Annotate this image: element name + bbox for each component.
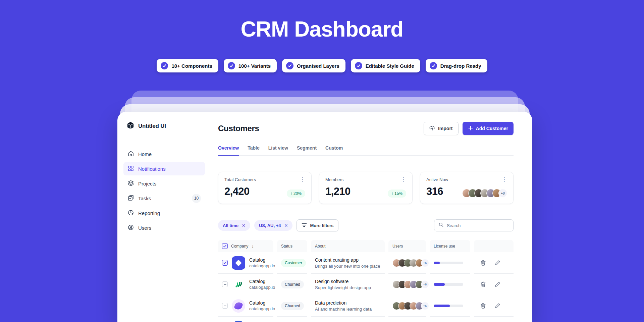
column-header-status: Status — [277, 240, 307, 252]
check-circle-icon — [355, 62, 362, 69]
about-subtitle: Brings all your new into one place — [315, 264, 380, 269]
filter-chip-all-time[interactable]: All time ✕ — [218, 220, 250, 231]
sidebar-item-home[interactable]: Home — [123, 147, 205, 161]
column-header-users: Users — [388, 240, 426, 252]
pencil-icon — [494, 260, 501, 266]
table-row[interactable]: Catalogcatalogapp.io — [218, 317, 273, 322]
avatar-group: +6 — [392, 259, 429, 267]
filter-chip-countries[interactable]: US, AU, +4 ✕ — [254, 220, 293, 231]
import-button-label: Import — [438, 126, 453, 131]
close-icon[interactable]: ✕ — [242, 223, 246, 228]
customers-table: Company ↓ Catalogcatalogapp.io — [218, 240, 514, 322]
status-badge: Customer — [281, 259, 306, 267]
table-row[interactable]: Catalogcatalogapp.io — [218, 295, 273, 317]
avatar-group: +6 — [392, 280, 429, 288]
main-content: Customers Import Add Customer Overview T… — [211, 112, 532, 322]
stat-label: Members — [325, 177, 343, 182]
stat-label: Active Now — [426, 177, 448, 182]
sidebar-item-reporting[interactable]: Reporting — [123, 206, 205, 220]
row-checkbox[interactable] — [222, 281, 228, 287]
avatar-overflow-badge: +6 — [421, 259, 429, 267]
more-filters-button[interactable]: More filters — [297, 219, 338, 231]
delete-button[interactable] — [480, 281, 486, 287]
tab-table[interactable]: Table — [248, 145, 260, 155]
avatar-overflow-badge: +6 — [421, 302, 429, 310]
grid-icon — [127, 165, 134, 173]
pencil-icon — [494, 303, 501, 309]
section-title: Customers — [218, 124, 259, 133]
company-name: Catalog — [249, 279, 275, 284]
sidebar-item-users[interactable]: Users — [123, 221, 205, 234]
sidebar-item-notifications[interactable]: Notifications — [123, 162, 205, 175]
stat-label: Total Customers — [224, 177, 256, 182]
filter-bar: All time ✕ US, AU, +4 ✕ More filters — [218, 219, 514, 231]
about-title: Design software — [315, 279, 371, 284]
stat-card-total-customers: Total Customers ⋮ 2,420 ↑ 20% — [218, 172, 312, 204]
column-header-label: About — [315, 244, 325, 249]
dashboard-window: Untitled UI Home Notifications Projects … — [117, 112, 532, 322]
stat-cards: Total Customers ⋮ 2,420 ↑ 20% Members ⋮ … — [218, 172, 514, 204]
sidebar-item-projects[interactable]: Projects — [123, 177, 205, 190]
sidebar-item-label: Reporting — [138, 210, 160, 216]
about-title: Content curating app — [315, 257, 380, 263]
edit-button[interactable] — [494, 281, 501, 287]
dots-menu-icon[interactable]: ⋮ — [400, 177, 406, 182]
table-row[interactable]: Catalogcatalogapp.io — [218, 274, 273, 295]
stat-value: 1,210 — [325, 185, 351, 198]
close-icon[interactable]: ✕ — [284, 223, 288, 228]
about-subtitle: Super lightweight design app — [315, 285, 371, 290]
add-customer-button[interactable]: Add Customer — [463, 122, 514, 135]
plus-icon — [468, 125, 473, 132]
license-progress — [434, 262, 463, 264]
delete-button[interactable] — [480, 303, 486, 309]
search-field[interactable] — [434, 219, 514, 231]
tab-segment[interactable]: Segment — [297, 145, 317, 155]
import-button[interactable]: Import — [424, 122, 459, 135]
sort-descending-icon[interactable]: ↓ — [252, 244, 254, 249]
company-logo — [232, 299, 245, 313]
filter-chip-label: All time — [223, 223, 238, 228]
row-checkbox[interactable] — [222, 260, 228, 266]
column-header-label: Company — [231, 244, 248, 249]
company-name: Catalog — [249, 257, 275, 263]
brand: Untitled UI — [126, 121, 205, 131]
license-progress — [434, 283, 463, 286]
tasks-count-badge: 10 — [192, 194, 201, 203]
company-logo — [232, 256, 245, 270]
more-filters-label: More filters — [310, 223, 333, 228]
license-progress — [434, 305, 463, 307]
tab-list-view[interactable]: List view — [268, 145, 288, 155]
home-icon — [127, 150, 134, 158]
view-tabs: Overview Table List view Segment Custom — [218, 145, 514, 156]
tab-overview[interactable]: Overview — [218, 145, 239, 156]
select-all-checkbox[interactable] — [222, 243, 228, 249]
license-progress-fill — [434, 283, 445, 286]
stat-card-members: Members ⋮ 1,210 ↑ 15% — [319, 172, 413, 204]
feature-badge-label: Drag-drop Ready — [440, 63, 481, 69]
feature-badge-label: 10+ Components — [171, 63, 212, 69]
stat-card-active-now: Active Now ⋮ 316 +8 — [420, 172, 514, 204]
company-logo — [232, 321, 245, 322]
dots-menu-icon[interactable]: ⋮ — [300, 177, 305, 182]
column-header-about: About — [311, 240, 385, 252]
row-checkbox[interactable] — [222, 303, 228, 309]
dots-menu-icon[interactable]: ⋮ — [501, 177, 507, 182]
search-input[interactable] — [447, 223, 509, 228]
column-header-label: Users — [392, 244, 403, 249]
trash-icon — [480, 260, 486, 266]
company-logo — [232, 278, 245, 291]
sidebar-item-label: Projects — [138, 181, 156, 186]
trash-icon — [480, 303, 486, 309]
filter-chip-label: US, AU, +4 — [259, 223, 281, 228]
sidebar-item-tasks[interactable]: Tasks 10 — [123, 192, 205, 205]
search-icon — [438, 222, 444, 229]
delete-button[interactable] — [480, 260, 486, 266]
table-row[interactable]: Catalogcatalogapp.io — [218, 252, 273, 274]
edit-button[interactable] — [494, 303, 501, 309]
edit-button[interactable] — [494, 260, 501, 266]
sidebar-item-label: Home — [138, 151, 152, 157]
company-domain: catalogapp.io — [249, 306, 275, 311]
column-header-company[interactable]: Company ↓ — [218, 240, 273, 252]
tab-custom[interactable]: Custom — [325, 145, 343, 155]
avatar-overflow-badge: +8 — [498, 189, 507, 198]
